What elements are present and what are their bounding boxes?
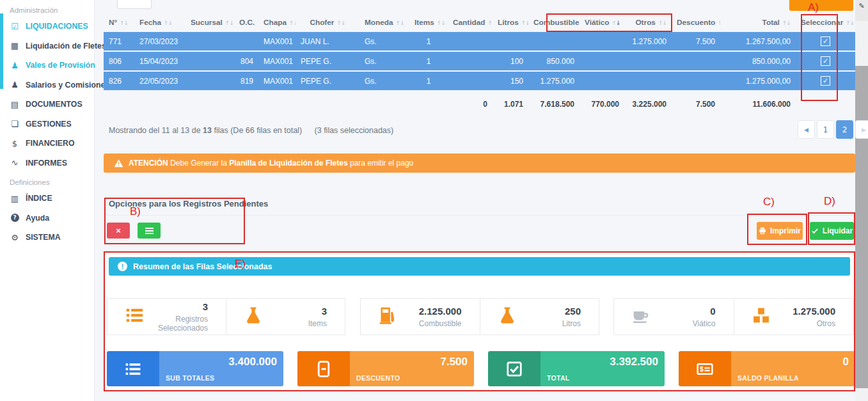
sidebar-item[interactable]: ▤ DOCUMENTOS xyxy=(0,95,94,114)
column-header[interactable]: Total↑↓ xyxy=(720,14,796,31)
sort-icon[interactable]: ↑↓ xyxy=(718,20,720,26)
sort-icon[interactable]: ↑↓ xyxy=(521,20,528,26)
sidebar-item[interactable]: ∿ INFORMES xyxy=(0,153,94,173)
column-header[interactable]: Seleccionar↑↓ xyxy=(796,14,855,31)
column-header[interactable]: Otros↑↓ xyxy=(624,14,672,31)
stat-block: 2.125.000Combustible 250Litros xyxy=(360,298,599,335)
page-button-2[interactable]: 2 xyxy=(836,120,853,139)
column-header[interactable]: Combustible↑↓ xyxy=(528,14,580,31)
column-header[interactable]: Descuento↑↓ xyxy=(672,14,720,31)
sort-icon[interactable]: ↑↓ xyxy=(782,20,791,26)
sidebar-active-indicator xyxy=(0,13,3,89)
summary-header: ! Resumen de las Filas Seleccionadas xyxy=(109,257,850,276)
sort-icon[interactable]: ↑↓ xyxy=(225,20,233,26)
sort-icon[interactable]: ↑↓ xyxy=(396,20,404,26)
sidebar-item[interactable]: ♟ Salarios y Comisiones xyxy=(0,75,94,95)
sidebar-item-label: GESTIONES xyxy=(26,120,72,129)
stat-block: 3Registros Seleccionados 3Items xyxy=(107,298,345,335)
column-header[interactable]: Chofer↑↓ xyxy=(296,14,359,31)
column-header[interactable]: Chapa↑↓ xyxy=(258,14,296,31)
annotation-label-d: D) xyxy=(824,195,835,208)
info-icon: ! xyxy=(118,262,127,271)
table-row[interactable]: 77127/03/2023 MAX001JUAN L. Gs.1 1.275.0… xyxy=(104,32,855,51)
column-header[interactable]: Fecha↑↓ xyxy=(134,14,185,31)
cubes-icon xyxy=(752,306,770,327)
column-header[interactable]: Litros↑↓ xyxy=(493,14,528,31)
sort-icon[interactable]: ↑↓ xyxy=(658,20,667,26)
totals-cell xyxy=(234,91,258,111)
column-header[interactable]: N°↑↓ xyxy=(104,14,134,31)
table-header-row: N°↑↓ Fecha↑↓ Sucursal↑↓ O.C.↑↓ Chapa↑↓ C… xyxy=(104,14,855,31)
sidebar-item[interactable]: ▥ ÍNDICE xyxy=(0,189,94,208)
table-row[interactable]: 82622/05/2023 819MAX001PEPE G. Gs.1 1501… xyxy=(104,72,855,90)
sort-icon[interactable]: ↑↓ xyxy=(336,20,345,26)
delete-button[interactable]: × xyxy=(107,223,130,239)
card-descuento: 7.500DESCUENTO xyxy=(297,351,474,386)
sort-icon[interactable]: ↑↓ xyxy=(120,20,128,26)
sidebar-item[interactable]: ♟ Vales de Provisión xyxy=(0,56,94,75)
sidebar-item-icon: ⚙ xyxy=(10,233,20,242)
sidebar-item[interactable]: ⚙ SISTEMA xyxy=(0,228,94,248)
column-header[interactable]: O.C.↑↓ xyxy=(234,14,258,31)
row-checkbox[interactable]: ✓ xyxy=(821,76,830,86)
column-header[interactable]: Sucursal↑↓ xyxy=(185,14,234,31)
sidebar-item[interactable]: ▦ Liquidación de Fletes xyxy=(0,36,94,56)
totals-cell xyxy=(258,91,296,111)
next-page-button[interactable]: ▶ xyxy=(855,120,868,139)
stat-litros: 250Litros xyxy=(480,299,599,334)
sort-icon[interactable]: ↑↓ xyxy=(487,20,493,26)
totals-cell xyxy=(359,91,409,111)
check-icon: ✓ xyxy=(823,58,828,65)
imprimir-button[interactable]: Imprimir xyxy=(757,222,803,240)
sort-icon[interactable]: ↑↓ xyxy=(289,20,296,26)
flask-icon xyxy=(498,306,516,327)
list-icon xyxy=(145,228,154,234)
sidebar-item[interactable]: $ FINANCIERO xyxy=(0,134,94,153)
sidebar-item[interactable]: Definiciones xyxy=(0,173,94,189)
sidebar-item[interactable]: Administración xyxy=(0,1,94,17)
sidebar-item-label: Liquidación de Fletes xyxy=(26,42,106,51)
liquidaciones-table: N°↑↓ Fecha↑↓ Sucursal↑↓ O.C.↑↓ Chapa↑↓ C… xyxy=(104,13,855,112)
top-action-button[interactable] xyxy=(789,0,853,11)
pagination-info: Mostrando del 11 al 13 de 13 filas (De 6… xyxy=(109,126,393,135)
sidebar-item[interactable]: ☑ LIQUIDACIONES xyxy=(0,17,94,36)
printer-icon xyxy=(759,227,766,235)
sort-icon[interactable]: ↑↓ xyxy=(164,20,172,26)
check-square-icon xyxy=(488,351,541,386)
liquidar-button[interactable]: Liquidar xyxy=(810,222,854,240)
totals-row: 01.0717.618.500770.0003.225.0007.50011.6… xyxy=(104,91,855,111)
row-checkbox[interactable]: ✓ xyxy=(821,36,830,46)
pencil-icon: ✎ xyxy=(855,0,868,21)
column-header[interactable]: Viático↑↓ xyxy=(580,14,624,31)
sidebar-item-icon: ▥ xyxy=(10,194,20,203)
sidebar-item-label: ÍNDICE xyxy=(26,194,52,203)
totals-cell xyxy=(796,91,855,111)
summary-panel: ! Resumen de las Filas Seleccionadas 3Re… xyxy=(104,253,855,391)
column-header[interactable]: Moneda↑↓ xyxy=(359,14,409,31)
sidebar-item-icon: ♟ xyxy=(10,80,20,90)
column-header[interactable]: Items↑↓ xyxy=(409,14,448,31)
card-subtotales: 3.400.000SUB TOTALES xyxy=(107,351,283,386)
prev-page-button[interactable]: ◀ xyxy=(798,120,815,139)
pagination: ◀ 1 2 ▶ xyxy=(798,120,868,139)
sidebar-item-icon: ▦ xyxy=(10,41,20,51)
sidebar-item-label: DOCUMENTOS xyxy=(26,100,83,109)
totals-cell: 770.000 xyxy=(580,91,624,111)
sidebar-item-label: Definiciones xyxy=(10,178,50,186)
sidebar-item[interactable]: ? Ayuda xyxy=(0,208,94,228)
totals-cell xyxy=(134,91,185,111)
page-button-1[interactable]: 1 xyxy=(817,120,834,139)
list-button[interactable] xyxy=(138,223,161,239)
row-checkbox[interactable]: ✓ xyxy=(821,56,830,66)
sort-icon[interactable]: ↑↓ xyxy=(437,20,445,26)
sidebar-item[interactable]: ❏ GESTIONES xyxy=(0,114,94,134)
scrollbar-thumb[interactable] xyxy=(855,66,868,388)
sort-icon[interactable]: ↑↓ xyxy=(612,20,620,26)
page-size-dropdown[interactable] xyxy=(117,0,152,9)
sort-icon[interactable]: ↑↓ xyxy=(257,20,258,26)
sort-icon[interactable]: ↑↓ xyxy=(846,20,854,26)
sidebar-item-icon: ∿ xyxy=(10,158,20,168)
table-row[interactable]: 80615/04/2023 804MAX001PEPE G. Gs.1 1008… xyxy=(104,52,855,70)
column-header[interactable]: Cantidad↑↓ xyxy=(448,14,493,31)
coffee-icon xyxy=(632,306,650,327)
